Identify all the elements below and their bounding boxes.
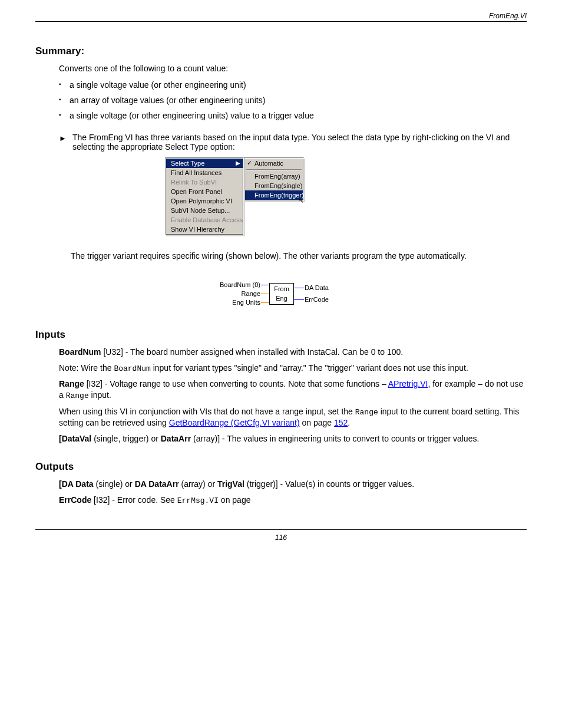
- menu-separator: [246, 169, 302, 170]
- submenu-item-automatic[interactable]: Automatic: [245, 159, 303, 168]
- summary-intro: Converts one of the following to a count…: [59, 63, 527, 74]
- vi-node-box: From Eng: [269, 283, 294, 305]
- link-apretrig[interactable]: APretrig.VI: [388, 379, 428, 388]
- menu-item-open-front-panel[interactable]: Open Front Panel: [166, 187, 243, 196]
- menu-item-open-poly-vi[interactable]: Open Polymorphic VI: [166, 196, 243, 206]
- menu-item-enable-db-access: Enable Database Access: [166, 215, 243, 225]
- wire: [293, 288, 304, 288]
- input-dataval: [DataVal (single, trigger) or DataArr (a…: [59, 433, 527, 444]
- input-boardnum-note: Note: Wire the BoardNum input for varian…: [59, 363, 527, 374]
- vi-input-engunits: Eng Units: [232, 299, 260, 306]
- page-header: FromEng.VI: [35, 12, 527, 22]
- context-menu[interactable]: Select Type ▶ Find All Instances Relink …: [165, 157, 244, 235]
- vi-output-dadata: DA Data: [305, 284, 329, 291]
- link-getboardrange[interactable]: GetBoardRange (GetCfg.VI variant): [169, 418, 300, 427]
- header-right: FromEng.VI: [489, 12, 527, 20]
- variant-wire-note: The trigger variant requires specific wi…: [71, 251, 467, 262]
- inputs-heading: Inputs: [35, 329, 527, 341]
- summary-heading: Summary:: [35, 45, 527, 57]
- submenu-arrow-icon: ▶: [236, 160, 240, 166]
- menu-item-select-type[interactable]: Select Type ▶: [166, 159, 243, 168]
- output-errcode: ErrCode [I32] - Error code. See ErrMsg.V…: [59, 495, 527, 506]
- list-item: an array of voltage values (or other eng…: [59, 94, 527, 106]
- wire: [261, 294, 269, 294]
- output-dadata: [DA Data (single) or DA DataArr (array) …: [59, 479, 527, 490]
- submenu-item-array[interactable]: FromEng(array): [245, 172, 303, 181]
- variant-note: The FromEng VI has three variants based …: [72, 133, 527, 151]
- submenu-item-trigger[interactable]: FromEng(trigger) ↖: [245, 190, 303, 200]
- mouse-cursor-icon: ↖: [298, 196, 304, 205]
- wire: [261, 285, 269, 285]
- vi-input-boardnum: BoardNum (0): [220, 281, 260, 288]
- page-number: 116: [35, 533, 527, 542]
- menu-item-show-hierarchy[interactable]: Show VI Hierarchy: [166, 225, 243, 234]
- summary-bullet-list: a single voltage value (or other enginee…: [59, 79, 527, 122]
- wire: [261, 302, 269, 303]
- input-range: Range [I32] - Voltage range to use when …: [59, 378, 527, 401]
- input-boardnum: BoardNum [U32] - The board number assign…: [59, 347, 527, 358]
- context-submenu[interactable]: Automatic FromEng(array) FromEng(single)…: [244, 157, 304, 201]
- outputs-heading: Outputs: [35, 461, 527, 473]
- menu-item-relink: Relink To SubVI: [166, 177, 243, 187]
- list-item: a single voltage (or other engineering u…: [59, 110, 527, 121]
- list-item: a single voltage value (or other enginee…: [59, 79, 527, 91]
- vi-output-errcode: ErrCode: [305, 296, 329, 303]
- vi-diagram: BoardNum (0) Range Eng Units From Eng DA…: [193, 277, 369, 312]
- step-arrow-icon: ►: [59, 133, 67, 144]
- vi-input-range: Range: [242, 290, 260, 297]
- menu-item-subvi-node-setup[interactable]: SubVI Node Setup...: [166, 206, 243, 215]
- input-range-note: When using this VI in conjunction with V…: [59, 406, 527, 429]
- menu-item-find-all[interactable]: Find All Instances: [166, 168, 243, 177]
- link-page-152[interactable]: 152: [334, 418, 348, 427]
- wire: [293, 299, 304, 300]
- submenu-item-single[interactable]: FromEng(single): [245, 181, 303, 190]
- context-menu-figure: Select Type ▶ Find All Instances Relink …: [165, 157, 527, 235]
- page-footer: 116: [35, 529, 527, 542]
